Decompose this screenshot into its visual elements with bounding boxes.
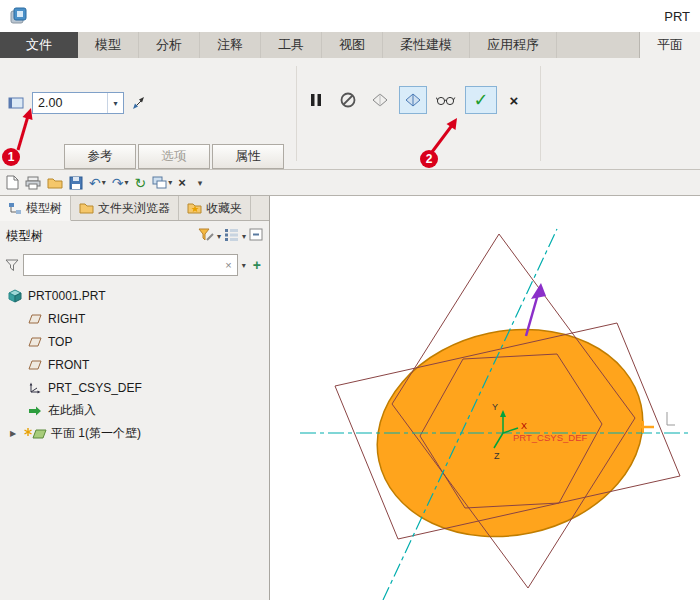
tab-tools[interactable]: 工具 [261, 32, 322, 58]
accept-button[interactable]: ✓ [465, 86, 497, 114]
chevron-down-icon: ▾ [168, 178, 172, 187]
no-preview-button[interactable] [335, 87, 361, 113]
feature-panel-tabs: 参考 选项 属性 [64, 144, 284, 169]
favorites-icon [187, 202, 202, 214]
app-icon [10, 7, 28, 25]
tab-label: 模型树 [26, 200, 62, 217]
insert-here-icon [28, 406, 42, 416]
tab-view[interactable]: 视图 [322, 32, 383, 58]
pause-button[interactable] [303, 87, 329, 113]
tree-item-label: FRONT [48, 358, 89, 372]
tree-item-label: TOP [48, 335, 72, 349]
plane-feature-icon [24, 427, 47, 440]
datum-plane-icon [28, 313, 42, 325]
undo-button[interactable]: ↶ ▾ [87, 172, 108, 194]
chevron-down-icon[interactable]: ▾ [107, 93, 123, 113]
tab-flexible-modeling[interactable]: 柔性建模 [383, 32, 470, 58]
toolbar-overflow-button[interactable]: ▾ [198, 178, 203, 188]
tab-annotate[interactable]: 注释 [200, 32, 261, 58]
tab-model-tree[interactable]: 模型树 [0, 196, 71, 221]
tab-model[interactable]: 模型 [78, 32, 139, 58]
tab-analysis[interactable]: 分析 [139, 32, 200, 58]
model-tree: PRT0001.PRT RIGHT TOP [0, 279, 269, 600]
window-title: PRT [664, 9, 690, 24]
expander-icon[interactable]: ▶ [10, 429, 20, 438]
redo-icon: ↷ [112, 176, 124, 190]
regenerate-icon: ↻ [135, 176, 147, 190]
feature-tools-group: ✓ × [303, 86, 525, 114]
tree-item-front-plane[interactable]: FRONT [0, 353, 269, 376]
open-file-button[interactable] [45, 172, 65, 194]
csys-label: PRT_CSYS_DEF [513, 432, 587, 443]
tab-options[interactable]: 选项 [138, 144, 210, 169]
tab-references[interactable]: 参考 [64, 144, 136, 169]
tree-item-insert-here[interactable]: 在此插入 [0, 399, 269, 422]
graphics-viewport[interactable]: Y X Z PRT_CSYS_DEF [270, 196, 700, 600]
save-button[interactable] [67, 172, 85, 194]
tab-properties[interactable]: 属性 [212, 144, 284, 169]
tree-item-top-plane[interactable]: TOP [0, 330, 269, 353]
tab-label: 收藏夹 [206, 200, 242, 217]
flip-direction-icon[interactable] [130, 95, 148, 111]
ban-icon [339, 91, 357, 109]
depth-value-combobox[interactable]: 2.00 ▾ [32, 92, 124, 114]
tree-item-label: PRT0001.PRT [28, 289, 106, 303]
tab-favorites[interactable]: 收藏夹 [179, 196, 251, 220]
chevron-down-icon[interactable]: ▾ [217, 232, 221, 241]
depth-icon [8, 96, 26, 110]
wireframe-preview-icon [371, 92, 389, 108]
annotation-badge-2 [420, 150, 438, 168]
tree-search-input[interactable] [24, 255, 220, 275]
tree-item-label: 平面 1(第一个壁) [51, 425, 141, 442]
print-button[interactable] [23, 172, 43, 194]
ribbon: 2.00 ▾ [0, 58, 700, 170]
glasses-icon [436, 94, 456, 106]
open-folder-icon [47, 176, 63, 189]
save-icon [69, 176, 83, 190]
annotation-arrow-2 [432, 124, 453, 152]
tree-filters-button[interactable] [198, 228, 214, 245]
chevron-down-icon: ▾ [102, 178, 106, 187]
annotation-badge-1 [2, 148, 20, 166]
tab-plane-context[interactable]: 平面 [639, 32, 700, 58]
tree-item-label: RIGHT [48, 312, 85, 326]
shaded-preview-icon [404, 92, 422, 108]
tree-item-right-plane[interactable]: RIGHT [0, 307, 269, 330]
funnel-icon [5, 259, 19, 271]
tree-item-label: 在此插入 [48, 402, 96, 419]
regenerate-button[interactable]: ↻ [133, 172, 149, 194]
unattached-preview-button[interactable] [367, 87, 393, 113]
chevron-down-icon[interactable]: ▾ [242, 232, 246, 241]
tab-applications[interactable]: 应用程序 [470, 32, 557, 58]
tree-item-plane-feature[interactable]: ▶ 平面 1(第一个壁) [0, 422, 269, 445]
collapse-all-button[interactable] [249, 228, 263, 244]
window-arrange-button[interactable]: ▾ [150, 172, 174, 194]
tree-search-field[interactable]: × [23, 254, 238, 276]
pause-icon [309, 93, 323, 107]
verify-button[interactable] [433, 87, 459, 113]
tab-folder-browser[interactable]: 文件夹浏览器 [71, 196, 179, 220]
filter-wrench-icon [198, 228, 214, 242]
axis-label-x: X [521, 421, 527, 431]
annotation-number-2: 2 [426, 152, 433, 166]
part-icon [8, 289, 22, 303]
clear-search-icon[interactable]: × [220, 259, 236, 271]
attached-preview-button[interactable] [399, 86, 427, 114]
cancel-button[interactable]: × [503, 92, 525, 109]
chevron-down-icon[interactable]: ▾ [242, 261, 246, 270]
direction-arrowhead[interactable] [531, 283, 546, 299]
main-area: 模型树 文件夹浏览器 收藏夹 模型树 [0, 196, 700, 600]
new-file-button[interactable] [4, 172, 21, 194]
tree-columns-button[interactable] [224, 228, 239, 244]
depth-value[interactable]: 2.00 [33, 96, 107, 110]
quick-access-toolbar: ↶ ▾ ↷ ▾ ↻ ▾ × ▾ [0, 170, 700, 196]
tab-file[interactable]: 文件 [0, 32, 78, 58]
redo-button[interactable]: ↷ ▾ [110, 172, 131, 194]
tree-item-part[interactable]: PRT0001.PRT [0, 284, 269, 307]
tree-item-csys[interactable]: PRT_CSYS_DEF [0, 376, 269, 399]
close-window-button[interactable]: × [176, 172, 188, 194]
annotation-arrow-1 [18, 116, 28, 150]
collapse-tree-icon [249, 228, 263, 241]
add-filter-button[interactable]: + [250, 257, 264, 273]
undo-icon: ↶ [89, 176, 101, 190]
